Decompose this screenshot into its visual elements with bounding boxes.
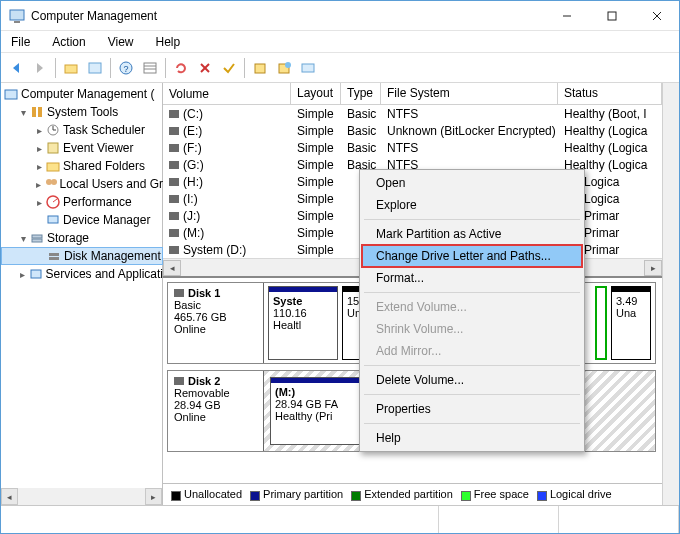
- volume-icon: [169, 110, 179, 118]
- volume-icon: [169, 144, 179, 152]
- menu-file[interactable]: File: [7, 33, 34, 51]
- action1-icon[interactable]: [249, 57, 271, 79]
- col-volume[interactable]: Volume: [163, 83, 291, 104]
- check-icon[interactable]: [218, 57, 240, 79]
- ctx-open[interactable]: Open: [362, 172, 582, 194]
- ctx-delete[interactable]: Delete Volume...: [362, 369, 582, 391]
- tree-label: Storage: [47, 231, 89, 245]
- vscrollbar[interactable]: [662, 83, 679, 505]
- legend: Unallocated Primary partition Extended p…: [163, 483, 662, 505]
- svg-rect-18: [302, 64, 314, 72]
- disk2-part1[interactable]: (M:)28.94 GB FAHealthy (Pri: [270, 377, 360, 445]
- volume-layout: Simple: [291, 107, 341, 121]
- disk2-info: Disk 2 Removable 28.94 GB Online: [168, 371, 264, 451]
- tree-performance[interactable]: ▸Performance: [1, 193, 163, 211]
- svg-rect-3: [608, 12, 616, 20]
- ctx-mark-active[interactable]: Mark Partition as Active: [362, 223, 582, 245]
- legend-extended: Extended partition: [351, 488, 453, 500]
- volume-icon: [169, 161, 179, 169]
- disk1-part1[interactable]: Syste110.16Healtl: [268, 286, 338, 360]
- svg-rect-32: [32, 235, 42, 238]
- forward-button[interactable]: [29, 57, 51, 79]
- tree-storage[interactable]: ▾Storage: [1, 229, 163, 247]
- menu-action[interactable]: Action: [48, 33, 89, 51]
- chevron-right-icon[interactable]: ▸: [17, 269, 28, 280]
- col-status[interactable]: Status: [558, 83, 662, 104]
- disk2-state: Online: [174, 411, 257, 423]
- menu-view[interactable]: View: [104, 33, 138, 51]
- maximize-button[interactable]: [589, 1, 634, 30]
- disk1-part3[interactable]: 3.49Una: [611, 286, 651, 360]
- ctx-format[interactable]: Format...: [362, 267, 582, 289]
- nav-tree: Computer Management ( ▾System Tools ▸Tas…: [1, 83, 163, 488]
- volume-icon: [169, 127, 179, 135]
- volume-name: (M:): [183, 226, 204, 240]
- menu-help[interactable]: Help: [152, 33, 185, 51]
- tree-label: Task Scheduler: [63, 123, 145, 137]
- volume-row[interactable]: (E:)SimpleBasicUnknown (BitLocker Encryp…: [163, 122, 662, 139]
- back-button[interactable]: [5, 57, 27, 79]
- disk-icon: [174, 289, 184, 297]
- svg-rect-35: [49, 257, 59, 260]
- minimize-button[interactable]: [544, 1, 589, 30]
- chevron-right-icon[interactable]: ▸: [33, 179, 44, 190]
- tree-system-tools[interactable]: ▾System Tools: [1, 103, 163, 121]
- volume-layout: Simple: [291, 124, 341, 138]
- view-icon[interactable]: [84, 57, 106, 79]
- volume-layout: Simple: [291, 158, 341, 172]
- refresh-icon[interactable]: [170, 57, 192, 79]
- svg-rect-15: [255, 64, 265, 73]
- chevron-down-icon[interactable]: ▾: [17, 233, 29, 244]
- chevron-down-icon[interactable]: ▾: [17, 107, 29, 118]
- volume-icon: [169, 178, 179, 186]
- list-icon[interactable]: [139, 57, 161, 79]
- col-layout[interactable]: Layout: [291, 83, 341, 104]
- delete-icon[interactable]: [194, 57, 216, 79]
- col-fs[interactable]: File System: [381, 83, 558, 104]
- volume-row[interactable]: (C:)SimpleBasicNTFSHealthy (Boot, I: [163, 105, 662, 122]
- svg-rect-25: [48, 143, 58, 153]
- ctx-extend: Extend Volume...: [362, 296, 582, 318]
- volume-type: Basic: [341, 124, 381, 138]
- svg-line-30: [53, 199, 57, 202]
- disk1-type: Basic: [174, 299, 257, 311]
- tree-label: Performance: [63, 195, 132, 209]
- legend-unallocated: Unallocated: [171, 488, 242, 500]
- svg-rect-26: [47, 163, 59, 171]
- chevron-right-icon[interactable]: ▸: [33, 161, 45, 172]
- ctx-properties[interactable]: Properties: [362, 398, 582, 420]
- app-icon: [9, 8, 25, 24]
- chevron-right-icon[interactable]: ▸: [33, 125, 45, 136]
- settings-icon[interactable]: [297, 57, 319, 79]
- action2-icon[interactable]: [273, 57, 295, 79]
- ctx-help[interactable]: Help: [362, 427, 582, 449]
- volume-fs: NTFS: [381, 141, 558, 155]
- tree-event-viewer[interactable]: ▸Event Viewer: [1, 139, 163, 157]
- tree-services[interactable]: ▸Services and Applicati: [1, 265, 163, 283]
- volume-name: (J:): [183, 209, 200, 223]
- tree-device-manager[interactable]: Device Manager: [1, 211, 163, 229]
- tree-local-users[interactable]: ▸Local Users and Gr: [1, 175, 163, 193]
- col-type[interactable]: Type: [341, 83, 381, 104]
- volume-row[interactable]: (F:)SimpleBasicNTFSHealthy (Logica: [163, 139, 662, 156]
- tree-hscrollbar[interactable]: ◂▸: [1, 488, 162, 505]
- close-button[interactable]: [634, 1, 679, 30]
- ctx-explore[interactable]: Explore: [362, 194, 582, 216]
- chevron-right-icon[interactable]: ▸: [33, 197, 45, 208]
- tree-disk-management[interactable]: Disk Management: [1, 247, 163, 265]
- tree-root[interactable]: Computer Management (: [1, 85, 163, 103]
- help-icon[interactable]: ?: [115, 57, 137, 79]
- ctx-change-letter[interactable]: Change Drive Letter and Paths...: [362, 245, 582, 267]
- volume-layout: Simple: [291, 226, 341, 240]
- svg-rect-21: [38, 107, 42, 117]
- volume-fs: Unknown (BitLocker Encrypted): [381, 124, 558, 138]
- svg-rect-10: [144, 63, 156, 73]
- titlebar: Computer Management: [1, 1, 679, 31]
- folder-up-icon[interactable]: [60, 57, 82, 79]
- volume-type: Basic: [341, 107, 381, 121]
- disk1-info: Disk 1 Basic 465.76 GB Online: [168, 283, 264, 363]
- chevron-right-icon[interactable]: ▸: [33, 143, 45, 154]
- tree-task-scheduler[interactable]: ▸Task Scheduler: [1, 121, 163, 139]
- tree-shared-folders[interactable]: ▸Shared Folders: [1, 157, 163, 175]
- disk1-part-ext[interactable]: [595, 286, 607, 360]
